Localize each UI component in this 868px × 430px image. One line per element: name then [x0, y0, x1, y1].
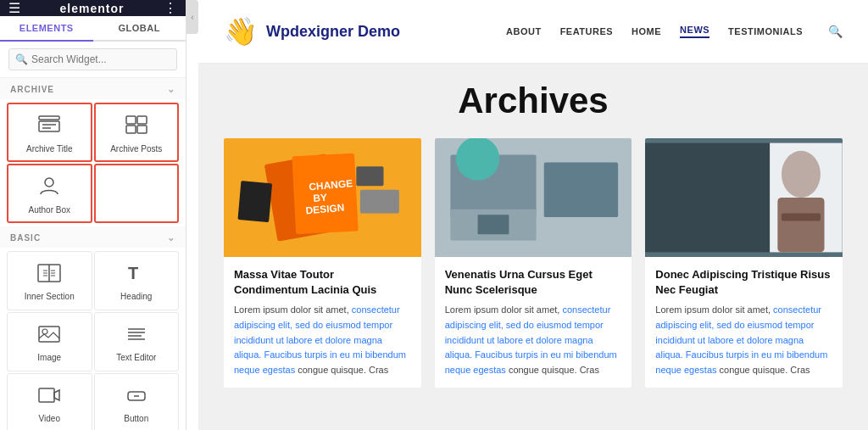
post-cards-grid: CHANGE BY DESIGN Massa Vitae Toutor Cond… [224, 138, 843, 388]
nav-search-icon[interactable]: 🔍 [828, 25, 843, 38]
widget-archive-posts[interactable]: Archive Posts [94, 103, 180, 162]
basic-section-header: BASIC ⌄ [0, 226, 186, 248]
post-card-3-title: Donec Adipiscing Tristique Risus Nec Feu… [655, 267, 832, 298]
svg-rect-43 [645, 143, 770, 253]
nav-link-testimonials[interactable]: TESTIMONIALS [728, 26, 803, 36]
widget-search-container: 🔍 [0, 42, 186, 78]
basic-widgets-grid: Inner Section T Heading Image [0, 248, 186, 430]
widget-archive-title-label: Archive Title [26, 144, 72, 154]
svg-point-39 [455, 138, 499, 181]
svg-rect-38 [543, 163, 617, 217]
heading-icon: T [125, 264, 148, 288]
widget-heading-label: Heading [120, 292, 152, 301]
widget-empty-slot [94, 164, 180, 223]
widget-button-label: Button [124, 414, 148, 423]
post-card-1-title: Massa Vitae Toutor Condimentum Lacinia Q… [234, 267, 411, 298]
tab-elements[interactable]: ELEMENTS [0, 16, 93, 42]
svg-point-45 [782, 151, 821, 198]
svg-rect-46 [778, 198, 825, 252]
sidebar-tabs: ELEMENTS GLOBAL [0, 16, 186, 42]
widget-button[interactable]: Button [94, 373, 180, 430]
svg-point-19 [42, 329, 47, 334]
widget-author-box[interactable]: Author Box [7, 164, 92, 223]
logo-icon: 👋 [224, 15, 258, 47]
basic-section-label: BASIC [10, 233, 41, 243]
archives-title: Archives [224, 81, 843, 121]
tab-global[interactable]: GLOBAL [93, 16, 186, 40]
widget-archive-posts-label: Archive Posts [110, 144, 162, 154]
post-card-2-excerpt: Lorem ipsum dolor sit amet, consectetur … [445, 303, 622, 377]
widget-video-label: Video [39, 414, 60, 423]
author-box-icon [37, 176, 61, 201]
widget-author-box-label: Author Box [29, 205, 70, 215]
widget-image[interactable]: Image [7, 312, 92, 371]
svg-rect-0 [39, 116, 59, 120]
widget-video[interactable]: Video [7, 373, 92, 430]
svg-rect-34 [356, 166, 383, 186]
post-card-1-body: Massa Vitae Toutor Condimentum Lacinia Q… [224, 257, 421, 388]
sidebar: ☰ elementor ⋮ ELEMENTS GLOBAL 🔍 ARCHIVE … [0, 0, 186, 430]
basic-chevron-icon[interactable]: ⌄ [167, 232, 175, 243]
demo-nav: 👋 Wpdexigner Demo ABOUT FEATURES HOME NE… [198, 0, 868, 64]
demo-logo: 👋 Wpdexigner Demo [224, 15, 400, 47]
post-card-2: Venenatis Urna Cursus Eget Nunc Sceleris… [435, 138, 632, 388]
archive-title-icon [37, 114, 61, 140]
post-card-2-body: Venenatis Urna Cursus Eget Nunc Sceleris… [435, 257, 632, 388]
text-editor-icon [125, 325, 148, 349]
svg-rect-41 [477, 215, 509, 234]
post-card-3-image [645, 138, 843, 257]
brand-logo: elementor [60, 2, 125, 15]
svg-rect-47 [782, 213, 821, 221]
archive-widgets-grid: Archive Title Archive Posts [0, 99, 186, 226]
button-icon [125, 386, 148, 410]
svg-rect-33 [237, 181, 272, 222]
post-card-3-excerpt: Lorem ipsum dolor sit amet, consectetur … [655, 303, 832, 377]
nav-links: ABOUT FEATURES HOME NEWS TESTIMONIALS 🔍 [506, 25, 843, 38]
archive-chevron-icon[interactable]: ⌄ [167, 84, 175, 95]
svg-rect-24 [39, 388, 54, 402]
search-icon: 🔍 [15, 53, 28, 65]
image-icon [37, 325, 61, 349]
post-card-3: Donec Adipiscing Tristique Risus Nec Feu… [645, 138, 843, 388]
archive-section-label: ARCHIVE [10, 85, 54, 94]
post-card-2-image [435, 138, 632, 257]
svg-rect-18 [39, 327, 59, 342]
main-content: 👋 Wpdexigner Demo ABOUT FEATURES HOME NE… [198, 0, 868, 430]
nav-link-features[interactable]: FEATURES [560, 26, 613, 36]
sidebar-collapse-handle[interactable]: ‹ [186, 0, 198, 34]
widget-text-editor-label: Text Editor [116, 353, 156, 362]
archive-section-header: ARCHIVE ⌄ [0, 78, 186, 99]
nav-link-home[interactable]: HOME [632, 26, 661, 36]
post-card-1-excerpt: Lorem ipsum dolor sit amet, consectetur … [234, 303, 411, 377]
logo-text: Wpdexigner Demo [266, 23, 400, 41]
post-card-1-image: CHANGE BY DESIGN [224, 138, 421, 257]
widget-archive-title[interactable]: Archive Title [7, 103, 92, 162]
svg-point-8 [45, 178, 53, 187]
widget-inner-section[interactable]: Inner Section [7, 251, 92, 310]
widget-text-editor[interactable]: Text Editor [94, 312, 180, 371]
grid-icon[interactable]: ⋮ [164, 0, 177, 16]
video-icon [37, 386, 61, 410]
archive-posts-icon [125, 114, 148, 140]
widget-heading[interactable]: T Heading [94, 251, 180, 310]
widget-image-label: Image [37, 353, 61, 362]
sidebar-topbar: ☰ elementor ⋮ [0, 0, 186, 16]
nav-link-about[interactable]: ABOUT [506, 26, 542, 36]
post-card-1: CHANGE BY DESIGN Massa Vitae Toutor Cond… [224, 138, 421, 388]
svg-rect-5 [137, 116, 147, 124]
post-card-2-title: Venenatis Urna Cursus Eget Nunc Sceleris… [445, 267, 622, 298]
svg-rect-35 [360, 190, 399, 214]
widget-inner-section-label: Inner Section [25, 292, 75, 301]
svg-rect-1 [39, 121, 59, 131]
svg-text:T: T [128, 264, 138, 282]
nav-link-news[interactable]: NEWS [680, 25, 709, 38]
search-input[interactable] [8, 48, 177, 70]
post-card-3-body: Donec Adipiscing Tristique Risus Nec Feu… [645, 257, 843, 388]
svg-rect-7 [137, 126, 147, 133]
archives-section: Archives CHANGE BY DESIGN [198, 64, 868, 430]
hamburger-icon[interactable]: ☰ [8, 0, 20, 16]
svg-rect-6 [126, 126, 136, 133]
inner-section-icon [37, 264, 61, 288]
svg-rect-4 [126, 116, 136, 124]
